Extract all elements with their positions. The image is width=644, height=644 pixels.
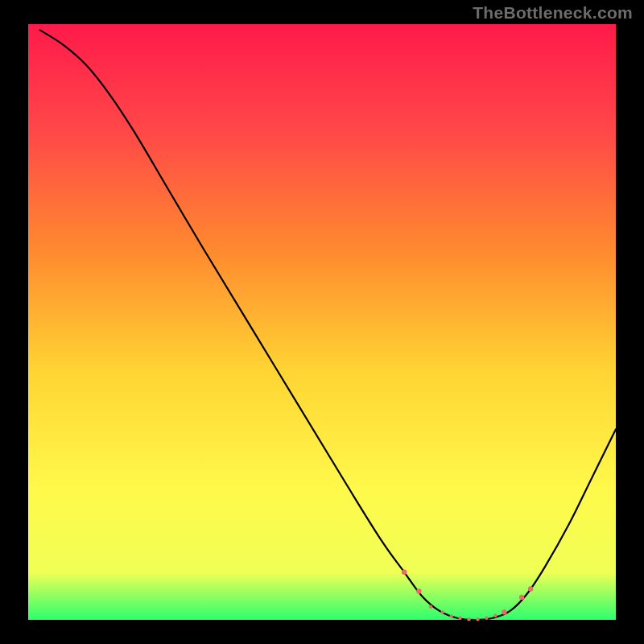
data-marker — [458, 617, 461, 620]
data-marker — [449, 614, 452, 617]
watermark-text: TheBottleneck.com — [473, 3, 633, 23]
data-marker — [493, 614, 497, 617]
data-marker — [416, 588, 421, 593]
data-marker — [485, 617, 488, 620]
data-marker — [402, 570, 407, 575]
chart-svg — [0, 0, 644, 644]
data-marker — [440, 610, 444, 613]
data-marker — [519, 595, 524, 600]
data-marker — [429, 605, 432, 609]
chart-container: TheBottleneck.com — [0, 0, 644, 644]
data-marker — [476, 617, 479, 621]
data-marker — [467, 617, 470, 621]
data-marker — [502, 609, 506, 614]
data-marker — [528, 586, 533, 591]
chart-background — [28, 24, 616, 620]
